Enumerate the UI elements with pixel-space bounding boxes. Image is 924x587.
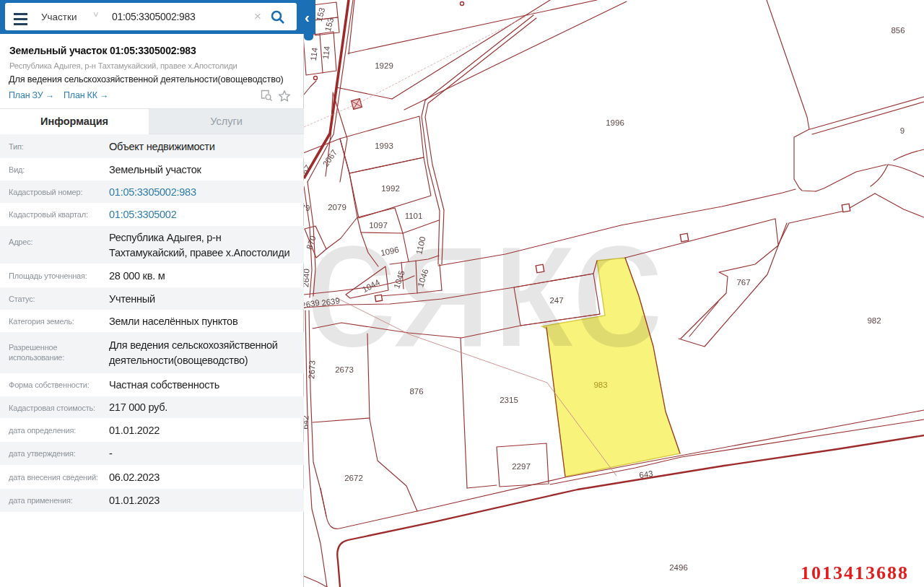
svg-text:983: 983 [593, 381, 607, 389]
svg-text:9: 9 [900, 126, 905, 135]
svg-text:114: 114 [321, 45, 331, 60]
svg-text:1996: 1996 [606, 118, 624, 127]
svg-text:114: 114 [309, 47, 319, 61]
svg-text:247: 247 [549, 296, 563, 305]
svg-text:2673: 2673 [307, 360, 316, 379]
svg-text:1101: 1101 [405, 212, 423, 220]
svg-text:767: 767 [736, 278, 750, 287]
svg-text:1097: 1097 [369, 221, 388, 230]
svg-text:2315: 2315 [500, 396, 518, 404]
svg-text:2496: 2496 [669, 563, 688, 572]
svg-text:1929: 1929 [375, 61, 393, 70]
svg-text:856: 856 [891, 26, 905, 35]
svg-text:982: 982 [867, 316, 881, 325]
svg-text:1992: 1992 [381, 184, 400, 193]
svg-text:2672: 2672 [344, 474, 363, 482]
svg-text:1993: 1993 [375, 142, 393, 150]
svg-text:2297: 2297 [512, 462, 531, 471]
svg-text:2079: 2079 [328, 203, 346, 212]
svg-text:1013413688: 1013413688 [801, 562, 909, 583]
svg-text:876: 876 [409, 387, 423, 396]
svg-text:2673: 2673 [335, 365, 354, 374]
